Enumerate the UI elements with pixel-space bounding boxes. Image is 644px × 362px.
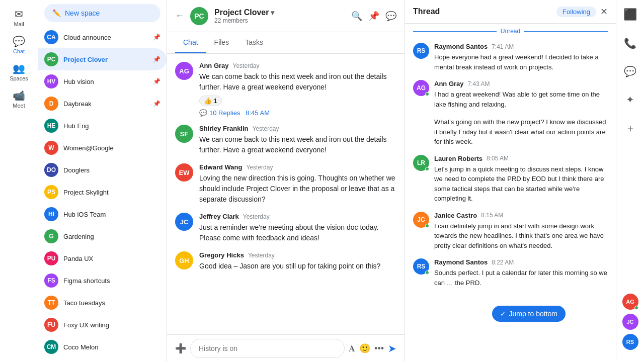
online-indicator (425, 92, 429, 96)
following-badge[interactable]: Following (556, 7, 596, 17)
close-thread-button[interactable]: ✕ (600, 6, 608, 17)
space-name: Daybreak (63, 100, 148, 108)
message-group: EW Edward Wang Yesterday Loving the new … (175, 163, 396, 205)
thread-message-content: Raymond Santos 7:41 AM Hope everyone had… (434, 43, 608, 72)
unread-line-left (413, 31, 497, 32)
space-item-figma-shortcuts[interactable]: FS Figma shortcuts (38, 269, 167, 292)
space-avatar: HV (44, 74, 58, 88)
space-item-gardening[interactable]: G Gardening (38, 225, 167, 247)
space-item-women-google[interactable]: W Women@Google (38, 137, 167, 159)
space-item-daybreak[interactable]: D Daybreak 📌 (38, 93, 167, 115)
space-avatar: PU (44, 251, 58, 265)
spaces-panel: ✏️ New space CA Cloud announce 📌 PC Proj… (38, 0, 167, 362)
online-indicator (425, 167, 429, 171)
mail-icon: ✉ (15, 8, 23, 20)
emoji-icon[interactable]: 🙂 (359, 343, 370, 354)
space-name: Panda UX (63, 255, 160, 262)
space-avatar: HE (44, 119, 58, 133)
thread-message-content: Lauren Roberts 8:05 AM Let's jump in a q… (434, 155, 608, 204)
send-button[interactable]: ➤ (388, 342, 396, 354)
add-icon[interactable]: ➕ (175, 343, 186, 354)
space-item-hub-ios[interactable]: HI Hub iOS Team (38, 203, 167, 225)
pin-icon[interactable]: 📌 (368, 11, 379, 22)
message-avatar: AG (175, 62, 193, 80)
space-item-foxy-ux[interactable]: FU Foxy UX writing (38, 314, 167, 336)
google-meet-icon[interactable]: 📞 (620, 33, 640, 53)
thread-message-text: What's going on with the new project? I … (434, 117, 608, 147)
space-avatar: CM (44, 340, 58, 354)
message-avatar: SF (175, 125, 193, 143)
space-item-coco-melon[interactable]: CM Coco Melon (38, 336, 167, 358)
reply-icon: 💬 (199, 109, 207, 117)
space-name: Project Clover (63, 56, 148, 63)
magic-icon[interactable]: ✦ (622, 89, 638, 110)
sidebar-mail[interactable]: ✉ Mail (0, 4, 38, 31)
space-item-project-skylight[interactable]: PS Project Skylight (38, 181, 167, 203)
thread-message-text: Hope everyone had a great weekend! I dec… (434, 52, 608, 72)
space-item-cloud-announce[interactable]: CA Cloud announce 📌 (38, 26, 167, 48)
space-name: Women@Google (63, 144, 160, 152)
thread-message-text: I can definitely jump in and start with … (434, 221, 608, 251)
jump-to-bottom-button[interactable]: ✓ Jump to bottom (492, 306, 566, 322)
space-item-project-clover[interactable]: PC Project Clover 📌 (38, 48, 167, 70)
chat-bubble-icon[interactable]: 💬 (385, 11, 396, 22)
message-text: Good idea – Jason are you still up for t… (199, 261, 396, 272)
space-item-panda-ux[interactable]: PU Panda UX (38, 247, 167, 269)
new-space-button[interactable]: ✏️ New space (44, 4, 160, 22)
tab-chat[interactable]: Chat (175, 32, 206, 53)
google-calendar-icon[interactable]: ⬛ (619, 4, 641, 25)
thread-message: RS Raymond Santos 7:41 AM Hope everyone … (413, 43, 608, 72)
chevron-down-icon[interactable]: ▾ (271, 9, 274, 17)
thread-message-text: Let's jump in a quick meeting to discuss… (434, 164, 608, 204)
thread-message-header: Ann Gray 7:43 AM (434, 80, 608, 87)
more-options-icon[interactable]: ••• (374, 343, 384, 354)
space-avatar: PC (44, 52, 58, 66)
format-icon[interactable]: 𝐀 (349, 343, 355, 354)
sidebar-meet[interactable]: 📹 Meet (0, 85, 38, 113)
tab-files[interactable]: Files (206, 32, 237, 53)
space-avatar: TT (44, 296, 58, 310)
space-name: Cloud announce (63, 34, 148, 41)
space-name: Hub Eng (63, 122, 160, 130)
user-avatar-1[interactable]: AG (622, 294, 638, 310)
replies-link[interactable]: 💬 10 Replies 8:45 AM (199, 109, 396, 117)
message-content: Jeffrey Clark Yesterday Just a reminder … (199, 213, 396, 243)
message-text: Loving the new direction this is going. … (199, 173, 396, 205)
thread-avatar: AG (413, 80, 429, 96)
chat-main: ← PC Project Clover ▾ 22 members 🔍 📌 💬 C… (167, 0, 405, 362)
space-avatar: D (44, 97, 58, 111)
space-name: Hub vision (63, 78, 148, 85)
message-author: Shirley Franklin (199, 125, 249, 132)
user-avatar-3[interactable]: RS (622, 334, 638, 350)
space-item-ski-crew[interactable]: SC Ski crew (38, 358, 167, 362)
message-header: Gregory Hicks Yesterday (199, 251, 396, 259)
message-author: Ann Gray (199, 62, 229, 69)
user-avatar-2[interactable]: JC (622, 314, 638, 330)
space-item-hub-vision[interactable]: HV Hub vision 📌 (38, 70, 167, 93)
google-chat-icon[interactable]: 💬 (620, 61, 640, 81)
search-icon[interactable]: 🔍 (351, 11, 362, 22)
thread-avatar: JC (413, 212, 429, 228)
message-group: GH Gregory Hicks Yesterday Good idea – J… (175, 251, 396, 272)
thread-message-content: Ann Gray 7:43 AM I had a great weekend! … (434, 80, 608, 109)
message-text: We can come back to this next week and i… (199, 134, 396, 155)
back-button[interactable]: ← (175, 11, 184, 21)
message-input[interactable] (190, 339, 345, 358)
tab-tasks[interactable]: Tasks (237, 32, 271, 53)
pin-icon: 📌 (153, 34, 160, 41)
sidebar-spaces[interactable]: 👥 Spaces (0, 58, 38, 85)
add-app-icon[interactable]: ＋ (621, 118, 639, 139)
left-sidebar: ✉ Mail 💬 Chat 👥 Spaces 📹 Meet (0, 0, 38, 362)
space-name: Gardening (63, 233, 160, 240)
thread-time: 8:22 AM (492, 259, 514, 266)
unread-label: Unread (501, 28, 520, 35)
reaction-button[interactable]: 👍 1 (199, 96, 222, 106)
thread-message: JC Janice Castro 8:15 AM I can definitel… (413, 212, 608, 251)
message-time: Yesterday (246, 164, 273, 171)
thread-time: 7:41 AM (492, 43, 514, 50)
sidebar-chat[interactable]: 💬 Chat (0, 31, 38, 58)
space-item-hub-eng[interactable]: HE Hub Eng (38, 115, 167, 137)
space-avatar: PS (44, 185, 58, 199)
space-item-dooglers[interactable]: DO Dooglers (38, 159, 167, 181)
space-item-taco-tuesdays[interactable]: TT Taco tuesdays (38, 292, 167, 314)
